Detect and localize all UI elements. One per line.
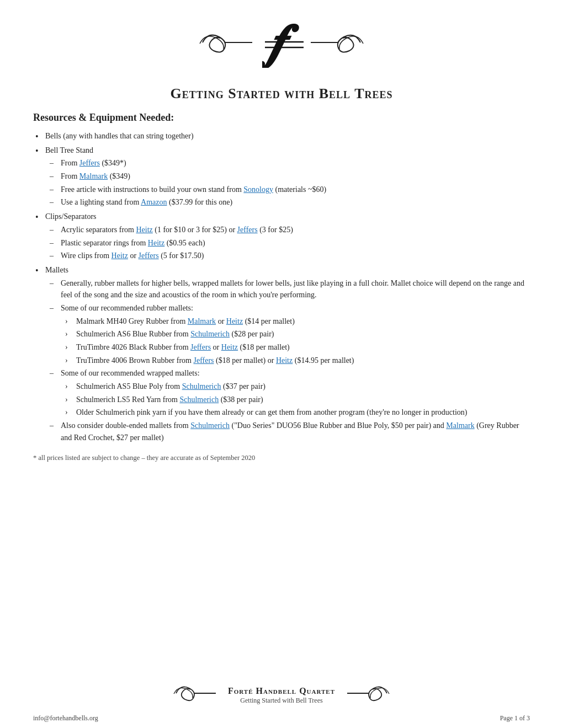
heitz-link-5[interactable]: Heitz (221, 343, 238, 351)
footer-email: info@fortehandbells.org (33, 714, 98, 722)
list-item: Some of our recommended rubber mallets: … (45, 302, 530, 366)
list-item: Plastic separator rings from Heitz ($0.9… (45, 237, 530, 249)
content-area: Resources & Equipment Needed: Bells (any… (0, 112, 563, 444)
section-title: Resources & Equipment Needed: (33, 112, 530, 124)
stand-label: Bell Tree Stand (45, 146, 93, 154)
heitz-link-6[interactable]: Heitz (276, 356, 293, 365)
amazon-link[interactable]: Amazon (141, 198, 167, 206)
malmark-link-1[interactable]: Malmark (79, 172, 108, 180)
stand-sub-list: From Jeffers ($349*) From Malmark ($349)… (45, 157, 530, 208)
mallets-sub-list: Generally, rubber mallets for higher bel… (45, 277, 530, 444)
list-item: Also consider double-ended mallets from … (45, 420, 530, 443)
page-footer: Forté Handbell Quartet Getting Started w… (0, 674, 563, 728)
jeffers-link-5[interactable]: Jeffers (193, 356, 214, 365)
sonology-link[interactable]: Sonology (243, 185, 273, 194)
heitz-link-3[interactable]: Heitz (111, 251, 128, 260)
jeffers-link-4[interactable]: Jeffers (190, 343, 211, 351)
list-item: From Jeffers ($349*) (45, 157, 530, 169)
footer-deco-left (168, 679, 219, 711)
page: 𝒇 Getting Started with Bell Trees Resour… (0, 0, 563, 728)
main-list: Bells (any with handles that can string … (33, 130, 530, 444)
jeffers-link-3[interactable]: Jeffers (139, 251, 159, 260)
list-item: TruTimbre 4006 Brown Rubber from Jeffers… (61, 355, 530, 367)
list-item: Bells (any with handles that can string … (33, 130, 530, 142)
malmark-link-2[interactable]: Malmark (188, 317, 216, 325)
list-item: Bell Tree Stand From Jeffers ($349*) Fro… (33, 144, 530, 208)
list-item: Acrylic separators from Heitz (1 for $10… (45, 224, 530, 236)
footer-inner: Forté Handbell Quartet Getting Started w… (0, 674, 563, 713)
schulmerich-link-1[interactable]: Schulmerich (190, 330, 230, 338)
footer-bottom: info@fortehandbells.org Page 1 of 3 (0, 713, 563, 728)
list-item: Schulmerich AS5 Blue Poly from Schulmeri… (61, 381, 530, 393)
footnote-text: * all prices listed are subject to chang… (33, 454, 255, 462)
list-item: Free article with instructions to build … (45, 184, 530, 196)
header-deco-left (193, 26, 257, 64)
page-header: 𝒇 (0, 0, 563, 80)
mallets-label: Mallets (45, 266, 68, 274)
footer-subtitle: Getting Started with Bell Trees (228, 697, 335, 705)
header-deco-right (306, 26, 370, 64)
heitz-link-2[interactable]: Heitz (148, 239, 164, 247)
list-item: Wire clips from Heitz or Jeffers (5 for … (45, 250, 530, 262)
list-item: Clips/Separators Acrylic separators from… (33, 211, 530, 262)
bells-label: Bells (any with handles that can string … (45, 132, 194, 140)
list-item: Use a lighting stand from Amazon ($37.99… (45, 196, 530, 208)
list-item: Schulmerich AS6 Blue Rubber from Schulme… (61, 328, 530, 340)
wrapped-mallets-list: Schulmerich AS5 Blue Poly from Schulmeri… (61, 381, 530, 419)
list-item: TruTimbre 4026 Black Rubber from Jeffers… (61, 341, 530, 354)
schulmerich-link-4[interactable]: Schulmerich (190, 421, 230, 430)
forte-logo: 𝒇 (257, 15, 306, 74)
schulmerich-link-3[interactable]: Schulmerich (179, 395, 219, 404)
rubber-mallets-list: Malmark MH40 Grey Rubber from Malmark or… (61, 315, 530, 367)
heitz-link-4[interactable]: Heitz (226, 317, 243, 325)
footer-title-block: Forté Handbell Quartet Getting Started w… (219, 686, 344, 705)
list-item: Mallets Generally, rubber mallets for hi… (33, 264, 530, 444)
footnote: * all prices listed are subject to chang… (0, 454, 563, 462)
footer-deco-right (344, 679, 395, 711)
clips-label: Clips/Separators (45, 212, 97, 221)
list-item: Malmark MH40 Grey Rubber from Malmark or… (61, 315, 530, 328)
footer-title: Forté Handbell Quartet (228, 686, 335, 696)
malmark-link-3[interactable]: Malmark (446, 421, 474, 430)
heitz-link-1[interactable]: Heitz (136, 226, 152, 234)
page-title: Getting Started with Bell Trees (0, 85, 563, 102)
jeffers-link-2[interactable]: Jeffers (237, 226, 258, 234)
jeffers-link-1[interactable]: Jeffers (79, 159, 100, 167)
list-item: Older Schulmerich pink yarn if you have … (61, 406, 530, 419)
list-item: From Malmark ($349) (45, 170, 530, 183)
footer-page: Page 1 of 3 (500, 714, 530, 722)
schulmerich-link-2[interactable]: Schulmerich (182, 382, 221, 390)
list-item: Some of our recommended wrapped mallets:… (45, 367, 530, 419)
list-item: Generally, rubber mallets for higher bel… (45, 277, 530, 301)
clips-sub-list: Acrylic separators from Heitz (1 for $10… (45, 224, 530, 262)
list-item: Schulmerich LS5 Red Yarn from Schulmeric… (61, 394, 530, 406)
